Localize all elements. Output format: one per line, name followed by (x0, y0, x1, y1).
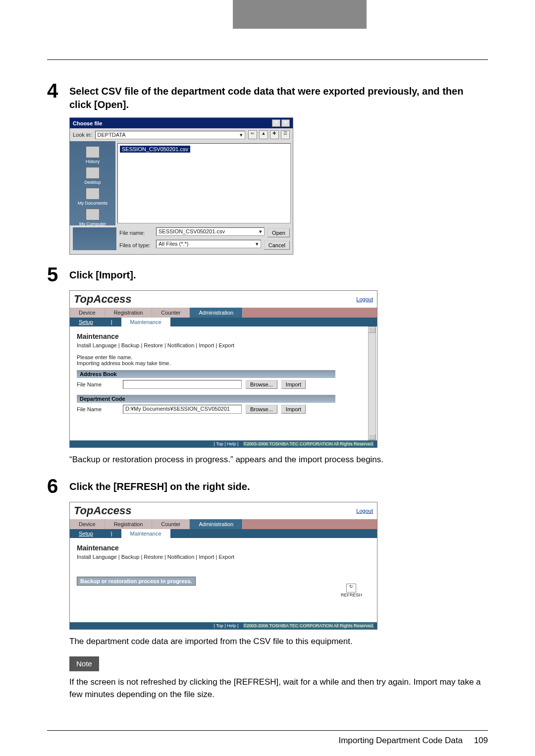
subtab-maintenance[interactable]: Maintenance (121, 529, 170, 538)
filetype-label: Files of type: (119, 242, 153, 248)
help-icon[interactable]: ? (272, 119, 280, 127)
file-list[interactable]: SESSION_CSV050201.csv (117, 143, 291, 223)
horizontal-rule (47, 59, 488, 60)
step-number: 5 (47, 264, 69, 284)
topaccess-logo: TopAccess (74, 504, 132, 517)
sub-tabs: Setup | Maintenance (70, 318, 377, 326)
addrbook-filename-input[interactable] (123, 380, 242, 389)
import-button[interactable]: Import (281, 380, 306, 389)
page-title: Maintenance (77, 332, 370, 340)
copyright: ©2003-2006 TOSHIBA TEC CORPORATION All R… (243, 441, 374, 446)
views-icon[interactable]: ☰ (281, 130, 290, 139)
step-5: 5 Click [Import]. (47, 264, 488, 284)
up-icon[interactable]: ▲ (259, 130, 268, 139)
addressbook-section: Address Book (77, 370, 335, 378)
step-4: 4 Select CSV file of the department code… (47, 80, 488, 111)
sidebar-mydocs[interactable]: My Documents (71, 188, 114, 206)
subtab-maintenance[interactable]: Maintenance (121, 318, 170, 326)
subtab-setup[interactable]: Setup (70, 318, 102, 326)
chevron-down-icon: ▾ (259, 228, 262, 235)
topaccess-import-screen: TopAccess Logout Device Registration Cou… (69, 290, 377, 448)
footer-section: Importing Department Code Data (338, 736, 462, 745)
sidebar-mycomputer[interactable]: My Computer (71, 209, 114, 226)
choose-file-dialog: Choose file ? × Look in: DEPTDATA ▾ ⇐ ▲ … (69, 117, 293, 255)
file-item-selected[interactable]: SESSION_CSV050201.csv (120, 146, 190, 153)
step-number: 4 (47, 80, 69, 101)
lookin-value: DEPTDATA (98, 132, 126, 138)
scrollbar[interactable] (368, 326, 376, 440)
page-header (0, 0, 535, 30)
tab-administration[interactable]: Administration (190, 519, 243, 529)
tab-registration[interactable]: Registration (105, 519, 153, 529)
step-title: Click [Import]. (69, 264, 488, 282)
tab-device[interactable]: Device (70, 519, 105, 529)
sidebar-history[interactable]: History (71, 146, 114, 164)
cancel-button[interactable]: Cancel (264, 241, 290, 250)
browse-button[interactable]: Browse... (246, 405, 277, 414)
open-button[interactable]: Open (268, 228, 290, 237)
footer-links[interactable]: | Top | Help | (214, 623, 239, 628)
lookin-combo[interactable]: DEPTDATA ▾ (95, 131, 245, 139)
tab-device[interactable]: Device (70, 308, 105, 318)
tab-registration[interactable]: Registration (105, 308, 153, 318)
copyright: ©2003-2006 TOSHIBA TEC CORPORATION All R… (243, 623, 374, 628)
close-icon[interactable]: × (281, 119, 290, 127)
note-badge: Note (69, 656, 99, 671)
tab-counter[interactable]: Counter (152, 308, 190, 318)
topaccess-logo: TopAccess (74, 293, 132, 306)
deptcode-filename-input[interactable]: D:¥My Documents¥SESSION_CSV050201 (123, 405, 242, 414)
step5-after-text: “Backup or restoration process in progre… (69, 454, 488, 466)
maintenance-links[interactable]: Install Language | Backup | Restore | No… (77, 554, 370, 560)
dialog-title: Choose file (73, 120, 102, 126)
deptcode-section: Department Code (77, 395, 335, 403)
step-title: Click the [REFRESH] on the right side. (69, 475, 488, 493)
page-title: Maintenance (77, 544, 370, 552)
step-title: Select CSV file of the department code d… (69, 80, 488, 111)
sidebar-desktop[interactable]: Desktop (71, 167, 114, 185)
status-message: Backup or restoration process in progres… (77, 577, 196, 586)
note-text: If the screen is not refreshed by clicki… (69, 676, 488, 701)
step6-after-text: The department code data are imported fr… (69, 636, 488, 648)
step-number: 6 (47, 475, 69, 496)
page-footer: Importing Department Code Data 109 (47, 730, 488, 746)
filename-input[interactable]: SESSION_CSV050201.csv▾ (156, 227, 265, 236)
filename-label: File Name (77, 381, 119, 387)
maintenance-links[interactable]: Install Language | Backup | Restore | No… (77, 342, 370, 348)
filename-label: File name: (119, 230, 153, 236)
logout-link[interactable]: Logout (356, 508, 373, 514)
chevron-down-icon: ▾ (256, 241, 259, 247)
subtab-setup[interactable]: Setup (70, 529, 102, 538)
filename-label: File Name (77, 406, 119, 412)
chevron-down-icon: ▾ (240, 132, 243, 138)
scroll-down-icon[interactable] (369, 434, 375, 440)
step-6: 6 Click the [REFRESH] on the right side. (47, 475, 488, 496)
tab-counter[interactable]: Counter (152, 519, 190, 529)
header-dark-box (233, 0, 367, 29)
scroll-up-icon[interactable] (369, 327, 375, 333)
msg-enter-filename: Please enter file name. (77, 354, 370, 360)
page-number: 109 (474, 736, 488, 745)
topaccess-refresh-screen: TopAccess Logout Device Registration Cou… (69, 502, 377, 630)
refresh-button[interactable]: ↻ REFRESH (341, 584, 362, 597)
places-sidebar: History Desktop My Documents My Computer… (70, 141, 115, 225)
browse-button[interactable]: Browse... (246, 380, 277, 389)
newfolder-icon[interactable]: ✚ (270, 130, 279, 139)
main-tabs: Device Registration Counter Administrati… (70, 308, 377, 318)
footer-links[interactable]: | Top | Help | (214, 441, 239, 446)
lookin-label: Look in: (73, 132, 92, 138)
back-icon[interactable]: ⇐ (248, 130, 257, 139)
filetype-combo[interactable]: All Files (*.*)▾ (156, 240, 261, 248)
import-button[interactable]: Import (281, 405, 306, 414)
refresh-icon: ↻ (346, 584, 356, 593)
msg-import-time: Importing address book may take time. (77, 360, 370, 366)
logout-link[interactable]: Logout (356, 296, 373, 302)
tab-administration[interactable]: Administration (190, 308, 243, 318)
